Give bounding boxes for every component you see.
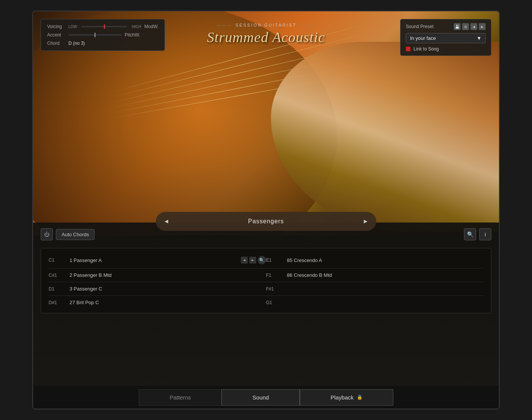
list-item: F1 86 Crescendo B Mtd: [266, 268, 483, 282]
list-item: F#1: [266, 282, 483, 296]
voicing-label: Voicing: [47, 24, 65, 29]
accent-slider[interactable]: [68, 34, 122, 36]
pattern-row-4: D#1 27 Brit Pop C G1: [41, 296, 491, 309]
pattern-next-btn[interactable]: ►: [249, 257, 256, 264]
link-to-song-label: Link to Song: [413, 46, 439, 52]
top-right-panel: Sound Preset 💾 ⊘ ◄ ► In your face ▼ Link…: [400, 19, 491, 56]
pattern-row-1: C1 1 Passenger A ◄ ► 🔍 E1 85 Crescendo A: [41, 252, 491, 268]
pattern-name-text: 27 Brit Pop C: [70, 300, 266, 305]
patterns-list: C1 1 Passenger A ◄ ► 🔍 E1 85 Crescendo A…: [41, 248, 491, 313]
next-preset-btn[interactable]: ►: [479, 23, 486, 30]
tab-patterns[interactable]: Patterns: [139, 389, 222, 406]
session-guitarist-text: SESSION GUITARIST: [207, 23, 325, 27]
tab-sound[interactable]: Sound: [222, 389, 299, 406]
bottom-section: ◄ Passengers ► ⏻ Auto Chords 🔍 i: [33, 223, 499, 409]
power-icon: ⏻: [44, 231, 49, 237]
info-button[interactable]: i: [479, 228, 491, 240]
title-area: SESSION GUITARIST Strummed Acoustic: [207, 23, 325, 46]
chord-label: Chord: [47, 41, 65, 46]
pattern-key: D1: [49, 286, 62, 292]
sound-preset-label: Sound Preset: [406, 24, 434, 29]
pattern-name-text: 1 Passenger A: [70, 257, 233, 263]
top-left-panel: Voicing LOW HIGH ModW. Accent PitchW. Ch…: [41, 19, 165, 51]
pattern-key: G1: [266, 300, 279, 305]
pattern-row-3: D1 3 Passenger C F#1: [41, 282, 491, 296]
tab-playback[interactable]: Playback 🔒: [300, 389, 393, 406]
voicing-low-label: LOW: [68, 25, 77, 29]
pattern-search-btn[interactable]: 🔍: [258, 256, 266, 264]
tab-sound-label: Sound: [252, 394, 269, 401]
chord-value: D (no 3): [68, 41, 85, 46]
pattern-key: D#1: [49, 300, 62, 305]
link-to-song-indicator[interactable]: [406, 47, 410, 51]
pattern-name-text: 3 Passenger C: [70, 286, 266, 292]
bottom-tabs: Patterns Sound Playback 🔒: [33, 386, 499, 409]
list-item: C1 1 Passenger A ◄ ► 🔍: [49, 252, 266, 268]
controls-bar: ⏻ Auto Chords 🔍 i: [33, 223, 499, 246]
pitchw-label: PitchW.: [125, 32, 140, 38]
pattern-name-text: 86 Crescendo B Mtd: [287, 272, 483, 278]
power-button[interactable]: ⏻: [41, 228, 53, 240]
cancel-preset-btn[interactable]: ⊘: [462, 23, 469, 30]
list-item: C#1 2 Passenger B Mtd: [49, 268, 266, 282]
pattern-row-2: C#1 2 Passenger B Mtd F1 86 Crescendo B …: [41, 268, 491, 282]
search-icon: 🔍: [467, 231, 473, 237]
pattern-name-text: 85 Crescendo A: [287, 257, 483, 263]
list-item: D#1 27 Brit Pop C: [49, 296, 266, 309]
product-name: Strummed Acoustic: [207, 29, 325, 46]
preset-value: In your face: [410, 35, 436, 41]
voicing-slider[interactable]: [82, 26, 127, 27]
lock-icon: 🔒: [357, 395, 363, 400]
main-container: Voicing LOW HIGH ModW. Accent PitchW. Ch…: [32, 11, 500, 409]
search-button[interactable]: 🔍: [464, 228, 476, 240]
preset-dropdown[interactable]: In your face ▼: [406, 33, 486, 43]
pattern-name-text: 2 Passenger B Mtd: [70, 272, 266, 278]
list-item: D1 3 Passenger C: [49, 282, 266, 296]
pattern-key: C#1: [49, 273, 62, 278]
save-preset-btn[interactable]: 💾: [454, 23, 461, 30]
tab-patterns-label: Patterns: [169, 394, 191, 401]
pattern-key: F#1: [266, 286, 279, 292]
pattern-prev-btn[interactable]: ◄: [241, 257, 248, 264]
list-item: G1: [266, 296, 483, 309]
tab-playback-label: Playback: [331, 394, 354, 401]
modw-label: ModW.: [144, 24, 158, 29]
voicing-high-label: HIGH: [132, 25, 141, 29]
pattern-key: C1: [49, 257, 62, 263]
accent-label: Accent: [47, 32, 65, 38]
pattern-key: F1: [266, 273, 279, 278]
dropdown-arrow-icon: ▼: [477, 35, 481, 41]
list-item: E1 85 Crescendo A: [266, 252, 483, 268]
info-icon: i: [484, 232, 486, 237]
prev-preset-btn[interactable]: ◄: [470, 23, 477, 30]
pattern-key: E1: [266, 257, 279, 263]
auto-chords-button[interactable]: Auto Chords: [56, 229, 95, 240]
